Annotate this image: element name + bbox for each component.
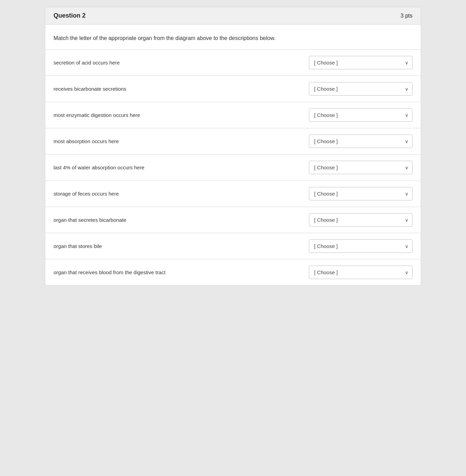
- question-points: 3 pts: [400, 13, 412, 19]
- row-label-6: storage of feces occurs here: [54, 190, 309, 197]
- matching-row: secretion of acid occurs here[ Choose ]A…: [45, 49, 421, 76]
- question-card: Question 2 3 pts Match the letter of the…: [45, 7, 421, 286]
- row-select-2[interactable]: [ Choose ]ABCDEFGHI: [309, 82, 412, 96]
- matching-row: most enzymatic digestion occurs here[ Ch…: [45, 102, 421, 128]
- question-header: Question 2 3 pts: [45, 7, 421, 24]
- row-select-wrapper-1: [ Choose ]ABCDEFGHI∨: [309, 56, 412, 69]
- matching-row: storage of feces occurs here[ Choose ]AB…: [45, 180, 421, 207]
- row-select-wrapper-6: [ Choose ]ABCDEFGHI∨: [309, 187, 412, 200]
- row-label-9: organ that receives blood from the diges…: [54, 269, 309, 276]
- row-label-3: most enzymatic digestion occurs here: [54, 111, 309, 119]
- row-label-4: most absorption occurs here: [54, 138, 309, 145]
- row-select-9[interactable]: [ Choose ]ABCDEFGHI: [309, 266, 412, 279]
- row-label-8: organ that stores bile: [54, 242, 309, 250]
- row-select-wrapper-3: [ Choose ]ABCDEFGHI∨: [309, 108, 412, 122]
- question-instruction: Match the letter of the appropriate orga…: [45, 24, 421, 49]
- matching-row: organ that receives blood from the diges…: [45, 259, 421, 285]
- row-label-2: receives bicarbonate secretions: [54, 85, 309, 92]
- row-label-5: last 4% of water absorption occurs here: [54, 164, 309, 171]
- row-label-7: organ that secretes bicarbonate: [54, 216, 309, 224]
- row-label-1: secretion of acid occurs here: [54, 59, 309, 66]
- row-select-1[interactable]: [ Choose ]ABCDEFGHI: [309, 56, 412, 69]
- row-select-wrapper-8: [ Choose ]ABCDEFGHI∨: [309, 239, 412, 253]
- row-select-wrapper-5: [ Choose ]ABCDEFGHI∨: [309, 161, 412, 174]
- row-select-wrapper-7: [ Choose ]ABCDEFGHI∨: [309, 213, 412, 227]
- matching-row: organ that secretes bicarbonate[ Choose …: [45, 207, 421, 233]
- row-select-wrapper-9: [ Choose ]ABCDEFGHI∨: [309, 266, 412, 279]
- matching-row: most absorption occurs here[ Choose ]ABC…: [45, 128, 421, 154]
- row-select-wrapper-2: [ Choose ]ABCDEFGHI∨: [309, 82, 412, 96]
- row-select-5[interactable]: [ Choose ]ABCDEFGHI: [309, 161, 412, 174]
- row-select-6[interactable]: [ Choose ]ABCDEFGHI: [309, 187, 412, 200]
- row-select-wrapper-4: [ Choose ]ABCDEFGHI∨: [309, 135, 412, 148]
- question-title: Question 2: [54, 12, 86, 19]
- matching-row: organ that stores bile[ Choose ]ABCDEFGH…: [45, 233, 421, 259]
- row-select-4[interactable]: [ Choose ]ABCDEFGHI: [309, 135, 412, 148]
- matching-row: last 4% of water absorption occurs here[…: [45, 154, 421, 180]
- matching-table: secretion of acid occurs here[ Choose ]A…: [45, 49, 421, 285]
- matching-row: receives bicarbonate secretions[ Choose …: [45, 76, 421, 102]
- row-select-8[interactable]: [ Choose ]ABCDEFGHI: [309, 239, 412, 253]
- row-select-7[interactable]: [ Choose ]ABCDEFGHI: [309, 213, 412, 227]
- row-select-3[interactable]: [ Choose ]ABCDEFGHI: [309, 108, 412, 122]
